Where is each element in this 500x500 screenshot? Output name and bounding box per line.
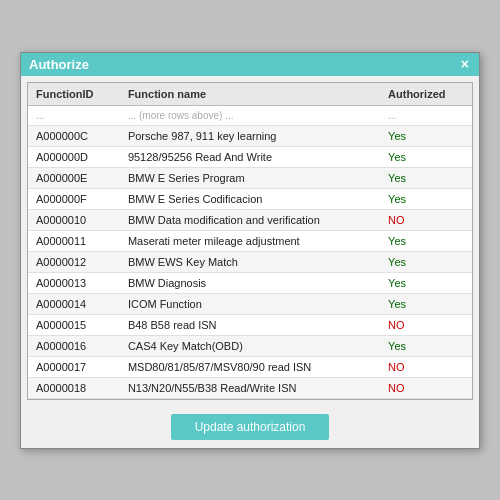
cell-authorized: NO: [380, 377, 472, 398]
authorize-table: FunctionID Function name Authorized ....…: [28, 83, 472, 399]
cell-authorized: NO: [380, 209, 472, 230]
table-row: A000000EBMW E Series ProgramYes: [28, 167, 472, 188]
cell-function-name: Porsche 987, 911 key learning: [120, 125, 380, 146]
table-row: A0000011Maserati meter mileage adjustmen…: [28, 230, 472, 251]
cell-function-name: BMW Diagnosis: [120, 272, 380, 293]
cell-authorized: Yes: [380, 188, 472, 209]
table-row: A000000FBMW E Series CodificacionYes: [28, 188, 472, 209]
table-container: FunctionID Function name Authorized ....…: [27, 82, 473, 400]
cell-authorized: NO: [380, 314, 472, 335]
col-authorized: Authorized: [380, 83, 472, 106]
cell-function-name: Maserati meter mileage adjustment: [120, 230, 380, 251]
cell-function-id: A0000010: [28, 209, 120, 230]
cell-authorized: Yes: [380, 335, 472, 356]
cell-function-name: CAS4 Key Match(OBD): [120, 335, 380, 356]
cell-function-name: BMW E Series Codificacion: [120, 188, 380, 209]
cell-function-name: 95128/95256 Read And Write: [120, 146, 380, 167]
cell-authorized: Yes: [380, 230, 472, 251]
cell-function-name: N13/N20/N55/B38 Read/Write ISN: [120, 377, 380, 398]
cell-function-id: A0000016: [28, 335, 120, 356]
cell-authorized: Yes: [380, 167, 472, 188]
table-row: A000000CPorsche 987, 911 key learningYes: [28, 125, 472, 146]
cell-function-id: A0000018: [28, 377, 120, 398]
table-row: A0000017MSD80/81/85/87/MSV80/90 read ISN…: [28, 356, 472, 377]
table-row: A0000010BMW Data modification and verifi…: [28, 209, 472, 230]
cell-function-id: A0000011: [28, 230, 120, 251]
cell-function-id: A000000E: [28, 167, 120, 188]
col-function-name: Function name: [120, 83, 380, 106]
cell-authorized: NO: [380, 356, 472, 377]
table-row: A0000014ICOM FunctionYes: [28, 293, 472, 314]
cell-function-id: A0000012: [28, 251, 120, 272]
title-bar: Authorize ×: [21, 53, 479, 76]
cell-function-id: A000000F: [28, 188, 120, 209]
update-authorization-button[interactable]: Update authorization: [171, 414, 330, 440]
cell-function-name: BMW EWS Key Match: [120, 251, 380, 272]
footer: Update authorization: [21, 406, 479, 448]
close-button[interactable]: ×: [459, 57, 471, 71]
table-row: A0000013BMW DiagnosisYes: [28, 272, 472, 293]
cell-function-name: ICOM Function: [120, 293, 380, 314]
table-row-truncated: ...... (more rows above) ......: [28, 105, 472, 125]
window-title: Authorize: [29, 57, 89, 72]
cell-function-id: A000000D: [28, 146, 120, 167]
table-row: A0000012BMW EWS Key MatchYes: [28, 251, 472, 272]
cell-function-id: A0000014: [28, 293, 120, 314]
table-row: A000000D95128/95256 Read And WriteYes: [28, 146, 472, 167]
cell-function-name: MSD80/81/85/87/MSV80/90 read ISN: [120, 356, 380, 377]
cell-authorized: Yes: [380, 293, 472, 314]
cell-authorized: Yes: [380, 125, 472, 146]
cell-authorized: Yes: [380, 146, 472, 167]
cell-function-name: B48 B58 read ISN: [120, 314, 380, 335]
cell-function-id: A000000C: [28, 125, 120, 146]
cell-authorized: Yes: [380, 272, 472, 293]
cell-function-id: A0000013: [28, 272, 120, 293]
col-function-id: FunctionID: [28, 83, 120, 106]
table-row: A0000015B48 B58 read ISNNO: [28, 314, 472, 335]
cell-function-name: BMW E Series Program: [120, 167, 380, 188]
table-row: A0000018N13/N20/N55/B38 Read/Write ISNNO: [28, 377, 472, 398]
table-row: A0000016CAS4 Key Match(OBD)Yes: [28, 335, 472, 356]
cell-authorized: Yes: [380, 251, 472, 272]
authorize-window: Authorize × FunctionID Function name Aut…: [20, 52, 480, 449]
cell-function-name: BMW Data modification and verification: [120, 209, 380, 230]
table-header-row: FunctionID Function name Authorized: [28, 83, 472, 106]
cell-function-id: A0000015: [28, 314, 120, 335]
cell-function-id: A0000017: [28, 356, 120, 377]
